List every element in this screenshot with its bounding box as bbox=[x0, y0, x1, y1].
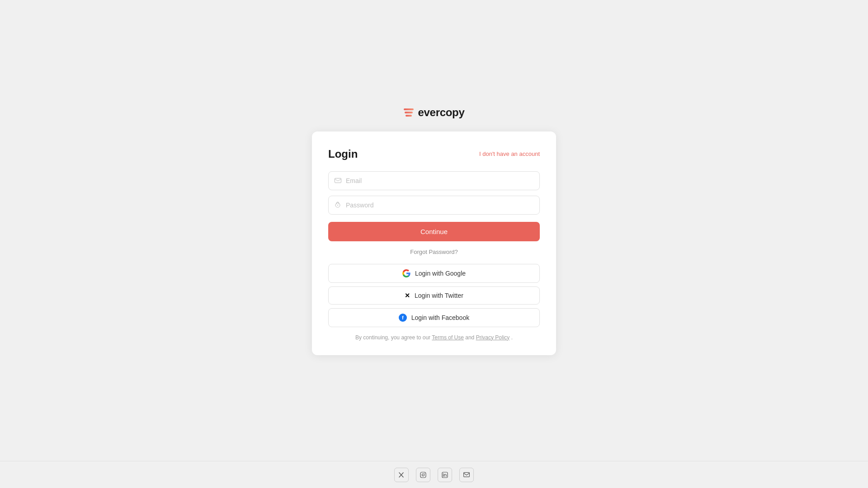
terms-and: and bbox=[465, 334, 474, 341]
card-header: Login I don't have an account bbox=[328, 148, 540, 160]
forgot-password-area: Forgot Password? bbox=[328, 248, 540, 256]
google-login-button[interactable]: Login with Google bbox=[328, 264, 540, 283]
logo-icon bbox=[404, 108, 414, 117]
password-icon bbox=[335, 201, 341, 209]
email-input-group bbox=[328, 171, 540, 190]
twitter-login-label: Login with Twitter bbox=[415, 292, 463, 299]
google-icon bbox=[402, 269, 410, 277]
terms-area: By continuing, you agree to our Terms of… bbox=[328, 334, 540, 341]
facebook-login-label: Login with Facebook bbox=[411, 314, 469, 321]
email-input[interactable] bbox=[328, 171, 540, 190]
terms-prefix: By continuing, you agree to our bbox=[355, 334, 430, 341]
continue-button[interactable]: Continue bbox=[328, 222, 540, 241]
svg-rect-7 bbox=[464, 473, 470, 477]
brand-name: evercopy bbox=[418, 106, 465, 119]
login-card: Login I don't have an account bbox=[312, 131, 556, 355]
password-input-group bbox=[328, 196, 540, 215]
terms-of-use-link[interactable]: Terms of Use bbox=[432, 334, 464, 341]
terms-suffix: . bbox=[511, 334, 513, 341]
svg-point-5 bbox=[425, 473, 425, 473]
footer-twitter-icon[interactable] bbox=[394, 468, 409, 482]
footer-linkedin-icon[interactable] bbox=[438, 468, 452, 482]
footer-email-icon[interactable] bbox=[459, 468, 474, 482]
facebook-icon: f bbox=[399, 314, 407, 322]
footer-instagram-icon[interactable] bbox=[416, 468, 430, 482]
svg-rect-0 bbox=[335, 178, 341, 183]
twitter-login-button[interactable]: ✕ Login with Twitter bbox=[328, 286, 540, 305]
logo-area: evercopy bbox=[404, 106, 465, 119]
facebook-login-button[interactable]: f Login with Facebook bbox=[328, 308, 540, 327]
svg-point-2 bbox=[337, 205, 338, 206]
privacy-policy-link[interactable]: Privacy Policy bbox=[476, 334, 510, 341]
twitter-x-icon: ✕ bbox=[405, 292, 410, 299]
logo-stripe-2 bbox=[405, 112, 413, 113]
footer bbox=[0, 461, 868, 488]
logo-stripe-3 bbox=[406, 115, 412, 117]
no-account-link[interactable]: I don't have an account bbox=[479, 150, 540, 157]
email-icon bbox=[335, 177, 341, 184]
svg-rect-3 bbox=[420, 472, 426, 478]
logo-stripe-1 bbox=[404, 108, 414, 110]
login-title: Login bbox=[328, 148, 358, 160]
svg-point-4 bbox=[422, 474, 425, 476]
password-input[interactable] bbox=[328, 196, 540, 215]
forgot-password-link[interactable]: Forgot Password? bbox=[410, 249, 458, 255]
google-login-label: Login with Google bbox=[415, 270, 466, 277]
svg-rect-6 bbox=[442, 472, 448, 478]
